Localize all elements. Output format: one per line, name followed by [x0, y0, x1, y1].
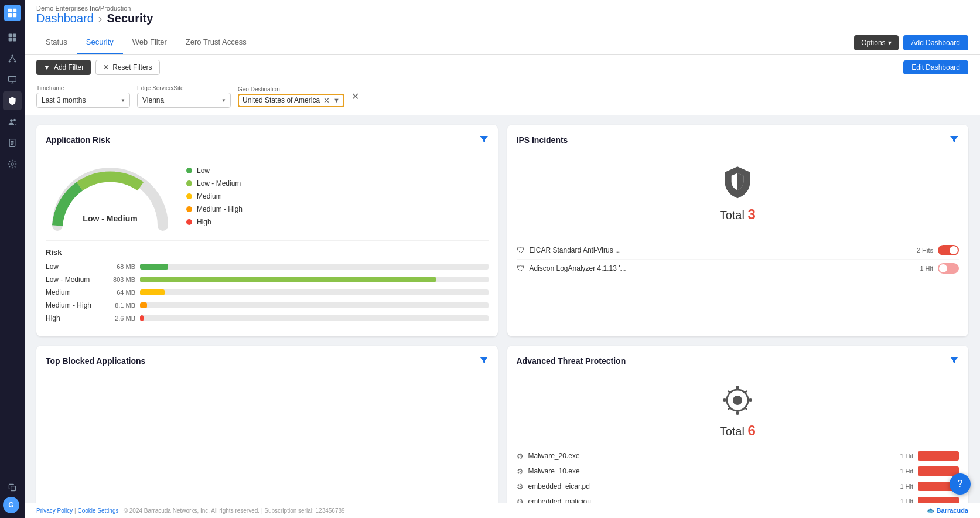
sidebar-item-grid[interactable]: [3, 28, 22, 47]
atp-list: ⚙ Malware_20.exe 1 Hit ⚙ Malware_10.exe …: [517, 448, 959, 503]
ips-item-1-icon: 🛡: [517, 246, 525, 255]
privacy-policy-link[interactable]: Privacy Policy: [36, 507, 73, 514]
blocked-apps-filter-icon[interactable]: [479, 355, 489, 366]
atp-item-2-name[interactable]: Malware_10.exe: [528, 467, 896, 475]
legend-dot-medium: [186, 193, 192, 199]
sidebar-item-security[interactable]: [3, 91, 22, 110]
sidebar-item-network[interactable]: [3, 49, 22, 68]
svg-rect-6: [9, 38, 12, 42]
atp-title: Advanced Threat Protection: [517, 356, 626, 366]
svg-point-27: [733, 396, 742, 405]
risk-legend: Low Low - Medium Medium Medium - High: [186, 166, 243, 226]
svg-point-16: [10, 119, 13, 122]
atp-total: Total 6: [720, 422, 756, 439]
cookie-settings-link[interactable]: Cookie Settings: [77, 507, 118, 514]
svg-line-12: [12, 57, 15, 60]
gauge-chart: Low - Medium: [46, 158, 175, 234]
atp-item-4-name[interactable]: embedded_maliciou: [528, 497, 896, 503]
main-content: Demo Enterprises Inc/Production Dashboar…: [25, 0, 980, 518]
x-icon: ✕: [103, 63, 109, 71]
tab-security[interactable]: Security: [77, 30, 123, 54]
ips-item-2-toggle[interactable]: [938, 263, 959, 274]
ips-item-2-name[interactable]: Adiscon LogAnalyzer 4.1.13 '...: [530, 264, 916, 272]
svg-rect-13: [9, 76, 16, 81]
blocked-apps-card: Top Blocked Applications: [36, 346, 498, 503]
svg-rect-23: [11, 486, 16, 491]
ips-item-2: 🛡 Adiscon LogAnalyzer 4.1.13 '... 1 Hit: [517, 260, 959, 277]
atp-item-1-icon: ⚙: [517, 452, 524, 461]
add-dashboard-button[interactable]: Add Dashboard: [903, 35, 968, 50]
sidebar-item-copy[interactable]: [3, 478, 22, 497]
sidebar-item-monitor[interactable]: [3, 70, 22, 89]
svg-point-10: [14, 60, 16, 62]
blocked-apps-title: Top Blocked Applications: [46, 356, 145, 366]
risk-section-title: Risk: [46, 248, 489, 257]
gauge-section: Low - Medium Low Low - Medium Medium: [46, 152, 489, 240]
tabs-list: Status Security Web Filter Zero Trust Ac…: [36, 30, 256, 54]
svg-line-34: [728, 408, 730, 410]
svg-rect-7: [13, 38, 16, 42]
breadcrumb: Demo Enterprises Inc/Production: [36, 5, 968, 12]
ips-item-1-name[interactable]: EICAR Standard Anti-Virus ...: [530, 246, 912, 254]
nav-tabs: Status Security Web Filter Zero Trust Ac…: [25, 30, 980, 55]
edge-select-wrapper: Vienna: [137, 93, 231, 108]
tab-zerotrust[interactable]: Zero Trust Access: [176, 30, 256, 54]
svg-line-11: [9, 57, 12, 60]
footer-copyright: | © 2024 Barracuda Networks, Inc. All ri…: [120, 507, 344, 514]
app-risk-title: Application Risk: [46, 135, 110, 145]
user-avatar[interactable]: G: [3, 497, 19, 513]
sidebar-item-settings[interactable]: [3, 155, 22, 173]
svg-rect-4: [9, 34, 12, 38]
svg-line-32: [728, 391, 730, 393]
atp-filter-icon[interactable]: [950, 355, 959, 366]
toolbar: ▼ Add Filter ✕ Reset Filters Edit Dashbo…: [25, 55, 980, 80]
add-filter-button[interactable]: ▼ Add Filter: [36, 60, 91, 75]
help-button[interactable]: ?: [950, 473, 971, 495]
edge-select[interactable]: Vienna: [137, 93, 231, 108]
atp-card: Advanced Threat Protection: [507, 346, 969, 503]
app-logo[interactable]: [4, 5, 21, 21]
page-title: Dashboard › Security: [36, 12, 968, 25]
risk-bar-low: [140, 264, 168, 270]
options-button[interactable]: Options ▾: [854, 35, 898, 50]
atp-item-3: ⚙ embedded_eicar.pd 1 Hit: [517, 479, 959, 494]
atp-item-3-icon: ⚙: [517, 482, 524, 491]
legend-dot-low-medium: [186, 180, 192, 186]
svg-line-35: [745, 391, 747, 393]
atp-item-2: ⚙ Malware_10.exe 1 Hit: [517, 464, 959, 479]
remove-geo-filter-button[interactable]: ✕: [351, 91, 359, 102]
sidebar-item-reports[interactable]: [3, 134, 22, 152]
tab-status[interactable]: Status: [36, 30, 77, 54]
timeframe-select[interactable]: Last 3 months: [36, 93, 130, 108]
edit-dashboard-button[interactable]: Edit Dashboard: [903, 60, 968, 74]
filter-bar: Timeframe Last 3 months Edge Service/Sit…: [25, 80, 980, 115]
edge-filter: Edge Service/Site Vienna: [137, 85, 231, 108]
barracuda-logo: 🐟 Barracuda: [927, 507, 968, 514]
svg-point-39: [749, 398, 752, 402]
atp-header: Advanced Threat Protection: [517, 355, 959, 366]
atp-total-section: Total 6: [517, 373, 959, 448]
geo-clear-button[interactable]: ✕: [322, 96, 331, 105]
svg-point-9: [9, 60, 11, 62]
atp-item-1-name[interactable]: Malware_20.exe: [528, 452, 896, 460]
ips-title: IPS Incidents: [517, 135, 568, 145]
atp-item-3-name[interactable]: embedded_eicar.pd: [528, 482, 896, 490]
ips-filter-icon[interactable]: [950, 134, 959, 145]
tab-webfilter[interactable]: Web Filter: [123, 30, 176, 54]
app-risk-filter-icon[interactable]: [479, 134, 489, 145]
risk-row-medium-high: Medium - High 8.1 MB: [46, 301, 489, 309]
sidebar-item-users[interactable]: [3, 113, 22, 131]
risk-row-low: Low 68 MB: [46, 263, 489, 271]
svg-rect-5: [13, 34, 16, 38]
page-header: Demo Enterprises Inc/Production Dashboar…: [25, 0, 980, 30]
svg-rect-3: [13, 13, 16, 17]
reset-filters-button[interactable]: ✕ Reset Filters: [95, 60, 159, 75]
breadcrumb-home[interactable]: Dashboard: [36, 12, 94, 25]
svg-point-22: [11, 163, 13, 165]
ips-item-1-toggle[interactable]: [938, 245, 959, 255]
risk-bar-medium-high: [140, 302, 147, 308]
geo-dropdown-icon[interactable]: ▼: [333, 97, 340, 104]
atp-item-2-bar: [918, 466, 959, 476]
timeframe-filter: Timeframe Last 3 months: [36, 85, 130, 108]
geo-value: United States of America: [243, 96, 320, 104]
